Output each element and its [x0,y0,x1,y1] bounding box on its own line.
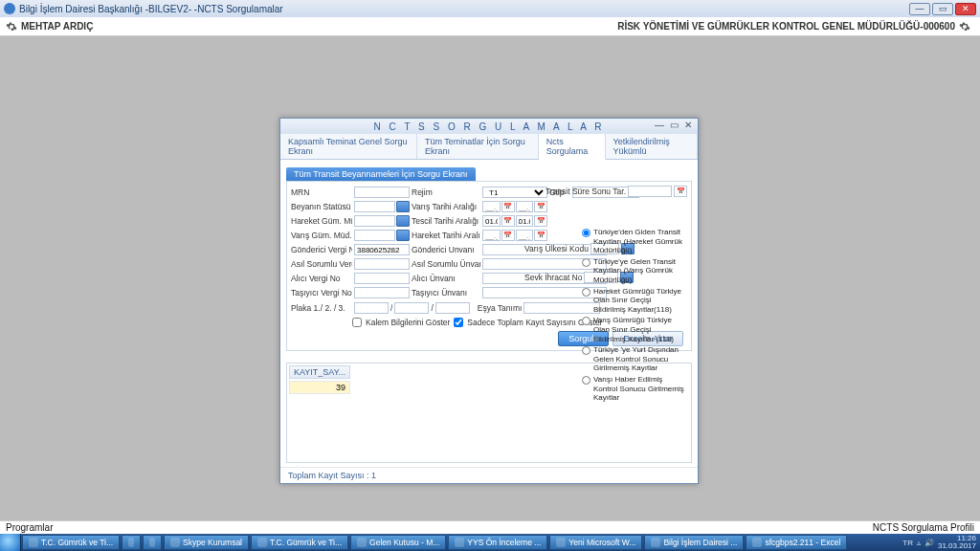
radio-varisi-haber[interactable] [582,376,590,385]
tab-tum-teminatlar[interactable]: Tüm Teminatlar İçin Sorgu Ekranı [417,134,539,159]
username-label: MEHTAP ARDIÇ [21,21,93,32]
input-varis-to[interactable] [516,201,534,212]
workspace: N C T S S O R G U L A M A L A R — ▭ ✕ Ka… [0,36,980,522]
close-button[interactable]: ✕ [955,3,976,15]
taskbar-item[interactable]: T.C. Gümrük ve Ti... [251,535,348,550]
outlook-icon [357,538,367,547]
radio-tr-giden[interactable] [582,229,590,237]
checkbox-kalem-bilgi[interactable] [352,318,362,327]
calendar-icon[interactable]: 📅 [501,230,515,241]
input-alici-vergi[interactable] [354,273,410,284]
modal-title-text: N C T S S O R G U L A M A L A R [374,121,605,132]
input-transit-sure[interactable] [628,186,672,197]
result-cell: 39 [289,381,350,394]
calendar-icon[interactable]: 📅 [534,215,547,227]
tray-network-icon[interactable]: ▵ [917,539,921,547]
tab-kapsamli-teminat[interactable]: Kapsamlı Teminat Genel Sorgu Ekranı [280,134,417,159]
input-plaka-1[interactable] [354,302,389,314]
label-alici-vergi: Alıcı Vergi No [291,274,352,283]
profile-label[interactable]: NCTS Sorgulama Profili [873,522,974,533]
lookup-button[interactable] [396,230,410,241]
modal-minimize-icon[interactable]: — [655,120,667,130]
subtab-tum-transit[interactable]: Tüm Transit Beyannameleri İçin Sorgu Ekr… [286,167,476,181]
select-rejim[interactable]: T1 [482,187,547,198]
input-tescil-to[interactable] [516,215,534,227]
label-gonderici-vergi: Gönderici Vergi No [291,245,352,254]
taskbar-item[interactable]: Bilgi İşlem Dairesi ... [644,535,744,550]
label-hareket-gum: Hareket Güm. Müd. [291,216,352,226]
radio-yurtdisi[interactable] [582,346,590,355]
ie-icon [257,538,267,547]
skype-icon [170,538,180,547]
taskbar-item[interactable]: sfcgbps2.211 - Excel [746,535,847,550]
input-hareket-to[interactable] [516,230,534,241]
start-button[interactable] [0,534,21,551]
radio-varis-118[interactable] [582,317,590,325]
input-mrn[interactable] [354,187,410,198]
window-titlebar: Bilgi İşlem Dairesi Başkanlığı -BILGEV2-… [0,0,980,17]
label-beyan-statusu: Beyanın Statüsü [291,202,352,211]
calendar-icon[interactable]: 📅 [534,201,547,212]
calendar-icon[interactable]: 📅 [501,201,515,212]
tray-lang-icon[interactable]: TR [902,539,913,547]
radio-tr-gelen[interactable] [582,258,590,267]
input-plaka-3[interactable] [435,302,470,314]
input-beyan-statusu[interactable] [354,201,395,212]
modal-maximize-icon[interactable]: ▭ [670,120,681,130]
input-hareket-gum[interactable] [354,215,395,227]
maximize-button[interactable]: ▭ [932,3,953,15]
input-asil-sorumlu-vergi[interactable] [354,258,410,270]
taskbar-item[interactable] [122,535,141,550]
label-mrn: MRN [291,187,352,197]
app-icon [651,538,660,547]
filter-radio-group: Türkiye'den Giden Transit Kayıtları (Har… [582,228,685,405]
word-icon [455,538,464,547]
taskbar-item[interactable]: YYS Ön İnceleme ... [448,535,547,550]
gear-icon [6,21,17,33]
taskbar-item[interactable]: Yeni Microsoft W... [549,535,642,550]
label-asil-sorumlu-vergi: Asıl Sorumlu Vergi No [291,259,352,269]
tab-yetkilendirilmis[interactable]: Yetkilendirilmiş Yükümlü [606,134,699,159]
modal-tabs: Kapsamlı Teminat Genel Sorgu Ekranı Tüm … [280,134,698,160]
tray-sound-icon[interactable]: 🔊 [924,539,934,547]
label-varis-ulkesi: Varış Ülkesi Kodu [524,244,589,253]
input-plaka-2[interactable] [394,302,429,314]
label-hareket-tarih: Hareket Tarihi Aralığı [412,231,480,240]
label-tasiyici-vergi: Taşıyıcı Vergi No [291,288,352,298]
taskbar-item[interactable]: Gelen Kutusu - M... [350,535,446,550]
lookup-button[interactable] [396,215,410,227]
input-tescil-from[interactable] [482,215,501,227]
calendar-icon[interactable]: 📅 [501,215,515,227]
result-column-header[interactable]: KAYIT_SAY... [289,365,350,379]
modal-close-icon[interactable]: ✕ [684,120,695,130]
media-icon [149,538,155,547]
taskbar: T.C. Gümrük ve Ti... Skype Kurumsal T.C.… [0,534,980,551]
input-tasiyici-vergi[interactable] [354,287,410,298]
calendar-icon[interactable]: 📅 [534,230,547,241]
user-bar: MEHTAP ARDIÇ RİSK YÖNETİMİ VE GÜMRÜKLER … [0,17,980,36]
ie-icon [29,538,38,547]
taskbar-item[interactable]: Skype Kurumsal [164,535,249,550]
org-label: RİSK YÖNETİMİ VE GÜMRÜKLER KONTROL GENEL… [617,21,955,32]
tray-clock[interactable]: 11:26 31.03.2017 [938,535,976,550]
label-rejim: Rejim [412,187,480,197]
label-gonderici-unvani: Gönderici Unvanı [412,245,480,254]
tab-ncts-sorgulama[interactable]: Ncts Sorgulama [539,134,606,160]
radio-hareket-118[interactable] [582,288,590,297]
lookup-button[interactable] [396,201,410,212]
programlar-label[interactable]: Programlar [6,522,53,533]
taskbar-item[interactable]: T.C. Gümrük ve Ti... [22,535,120,550]
checkbox-sadece-toplam[interactable] [454,318,463,327]
minimize-button[interactable]: — [909,3,930,15]
input-varis-gum[interactable] [354,230,395,241]
input-gonderici-vergi[interactable] [354,244,410,255]
label-varis-tarih: Varış Tarihi Aralığı [412,202,480,211]
calendar-icon[interactable]: 📅 [674,186,687,197]
modal-footer: Toplam Kayıt Sayısı : 1 [280,467,698,483]
taskbar-item[interactable] [143,535,162,550]
modal-titlebar: N C T S S O R G U L A M A L A R — ▭ ✕ [280,119,698,134]
system-tray[interactable]: TR ▵ 🔊 11:26 31.03.2017 [902,535,980,550]
input-varis-from[interactable] [482,201,501,212]
input-hareket-from[interactable] [482,230,501,241]
label-plaka: Plaka 1./ 2. / 3. [291,303,352,313]
